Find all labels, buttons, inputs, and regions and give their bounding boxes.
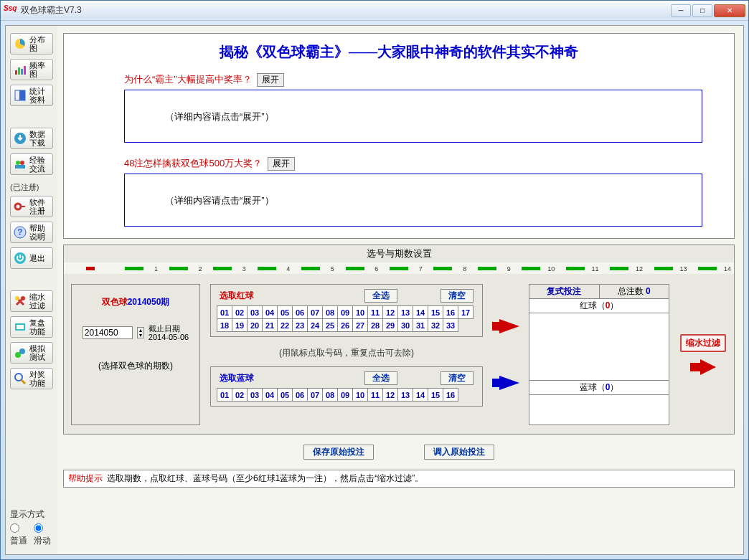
- red-ball-12[interactable]: 12: [383, 306, 398, 319]
- red-ball-21[interactable]: 21: [263, 319, 278, 332]
- filter-arrow-icon: [690, 359, 716, 375]
- red-ball-14[interactable]: 14: [413, 306, 428, 319]
- sidebar-item-label: 频率图: [29, 61, 45, 78]
- red-ball-23[interactable]: 23: [293, 319, 308, 332]
- red-select-all-button[interactable]: 全选: [364, 289, 397, 303]
- svg-rect-4: [24, 66, 26, 75]
- bet-blue-area[interactable]: [529, 395, 669, 425]
- bet-blue-header: 蓝球（0）: [529, 381, 669, 395]
- red-ball-11[interactable]: 11: [368, 306, 383, 319]
- bottom-buttons: 保存原始投注 调入原始投注: [63, 440, 735, 464]
- check-prize-button[interactable]: 对奖功能: [10, 368, 53, 389]
- period-spinner[interactable]: ▴▾: [137, 327, 144, 338]
- expand-button-2[interactable]: 展开: [268, 157, 295, 171]
- red-ball-16[interactable]: 16: [443, 306, 458, 319]
- red-clear-button[interactable]: 清空: [441, 289, 474, 303]
- blue-ball-09[interactable]: 09: [338, 389, 353, 402]
- distribution-chart-button[interactable]: 分布图: [10, 33, 53, 54]
- frequency-chart-button[interactable]: 频率图: [10, 59, 53, 80]
- sidebar: 分布图频率图统计资料 数据下载经验交流 (已注册) 软件注册?帮助说明退出 缩水…: [6, 26, 57, 554]
- blue-ball-15[interactable]: 15: [428, 389, 443, 402]
- distribution-chart-icon: [14, 37, 27, 50]
- blue-ball-08[interactable]: 08: [323, 389, 338, 402]
- exit-button[interactable]: 退出: [10, 247, 53, 269]
- blue-clear-button[interactable]: 清空: [441, 371, 474, 385]
- exit-icon: [14, 252, 27, 265]
- red-ball-24[interactable]: 24: [308, 319, 323, 332]
- data-download-button[interactable]: 数据下载: [10, 128, 53, 149]
- red-ball-09[interactable]: 09: [338, 306, 353, 319]
- red-ball-02[interactable]: 02: [232, 306, 248, 319]
- red-ball-15[interactable]: 15: [428, 306, 443, 319]
- red-ball-04[interactable]: 04: [263, 306, 278, 319]
- red-ball-25[interactable]: 25: [323, 319, 338, 332]
- app-window: Ssq 双色球霸主V7.3 ─ □ ✕ 分布图频率图统计资料 数据下载经验交流 …: [0, 0, 749, 560]
- intro-box-2: （详细内容请点击“展开”）: [124, 174, 702, 227]
- red-ball-19[interactable]: 19: [232, 319, 248, 332]
- maximize-button[interactable]: □: [692, 4, 712, 17]
- blue-ball-10[interactable]: 10: [353, 389, 368, 402]
- blue-ball-16[interactable]: 16: [443, 389, 458, 402]
- arrows-column: [493, 284, 519, 425]
- sidebar-item-label: 帮助说明: [29, 224, 45, 241]
- display-mode-slide[interactable]: 滑动: [34, 523, 53, 547]
- red-ball-27[interactable]: 27: [353, 319, 368, 332]
- bet-red-area[interactable]: [529, 313, 669, 381]
- sidebar-item-label: 对奖功能: [29, 370, 45, 387]
- red-ball-20[interactable]: 20: [248, 319, 263, 332]
- load-original-bet-button[interactable]: 调入原始投注: [424, 445, 494, 460]
- blue-ball-13[interactable]: 13: [398, 389, 413, 402]
- red-ball-10[interactable]: 10: [353, 306, 368, 319]
- period-input[interactable]: [83, 326, 133, 339]
- save-original-bet-button[interactable]: 保存原始投注: [303, 445, 374, 460]
- period-number: 2014050期: [128, 297, 170, 307]
- red-ball-08[interactable]: 08: [323, 306, 338, 319]
- blue-ball-04[interactable]: 04: [263, 389, 278, 402]
- app-logo-icon: Ssq: [4, 4, 17, 17]
- red-ball-29[interactable]: 29: [383, 319, 398, 332]
- blue-select-all-button[interactable]: 全选: [364, 371, 397, 385]
- blue-ball-02[interactable]: 02: [232, 389, 248, 402]
- minimize-button[interactable]: ─: [671, 4, 691, 17]
- display-mode-normal[interactable]: 普通: [10, 523, 29, 547]
- expand-button-1[interactable]: 展开: [257, 73, 284, 87]
- replay-button[interactable]: 复盘功能: [10, 316, 53, 338]
- red-ball-26[interactable]: 26: [338, 319, 353, 332]
- shrink-filter-button[interactable]: 缩水过滤: [10, 290, 53, 312]
- sidebar-item-label: 统计资料: [29, 87, 45, 104]
- red-ball-05[interactable]: 05: [278, 306, 293, 319]
- red-ball-06[interactable]: 06: [293, 306, 308, 319]
- software-register-button[interactable]: 软件注册: [10, 196, 53, 217]
- red-ball-22[interactable]: 22: [278, 319, 293, 332]
- blue-ball-05[interactable]: 05: [278, 389, 293, 402]
- help-bar: 帮助提示 选取期数，点取红球、蓝球号码（至少6红球1蓝球为一注），然后点击“缩水…: [63, 470, 735, 488]
- help-doc-button[interactable]: ?帮助说明: [10, 222, 53, 243]
- red-ball-18[interactable]: 18: [217, 319, 232, 332]
- close-button[interactable]: ✕: [714, 4, 745, 17]
- period-deadline: 截止日期 2014-05-06: [149, 324, 189, 341]
- sidebar-item-label: 复盘功能: [29, 318, 45, 336]
- blue-ball-01[interactable]: 01: [217, 389, 232, 402]
- red-ball-13[interactable]: 13: [398, 306, 413, 319]
- red-ball-03[interactable]: 03: [248, 306, 263, 319]
- experience-exchange-icon: [14, 158, 27, 171]
- red-ball-32[interactable]: 32: [428, 319, 443, 332]
- red-ball-17[interactable]: 17: [458, 306, 474, 319]
- shrink-filter-button[interactable]: 缩水过滤: [680, 334, 726, 352]
- simulate-button[interactable]: 模拟测试: [10, 342, 53, 364]
- red-ball-01[interactable]: 01: [217, 306, 232, 319]
- red-ball-07[interactable]: 07: [308, 306, 323, 319]
- experience-exchange-button[interactable]: 经验交流: [10, 153, 53, 175]
- blue-ball-14[interactable]: 14: [413, 389, 428, 402]
- red-ball-33[interactable]: 33: [443, 319, 458, 332]
- blue-ball-12[interactable]: 12: [383, 389, 398, 402]
- red-ball-30[interactable]: 30: [398, 319, 413, 332]
- blue-ball-11[interactable]: 11: [368, 389, 383, 402]
- red-ball-31[interactable]: 31: [413, 319, 428, 332]
- blue-ball-07[interactable]: 07: [308, 389, 323, 402]
- red-ball-28[interactable]: 28: [368, 319, 383, 332]
- red-arrow-icon: [492, 319, 519, 333]
- statistics-button[interactable]: 统计资料: [10, 85, 53, 106]
- blue-ball-03[interactable]: 03: [248, 389, 263, 402]
- blue-ball-06[interactable]: 06: [293, 389, 308, 402]
